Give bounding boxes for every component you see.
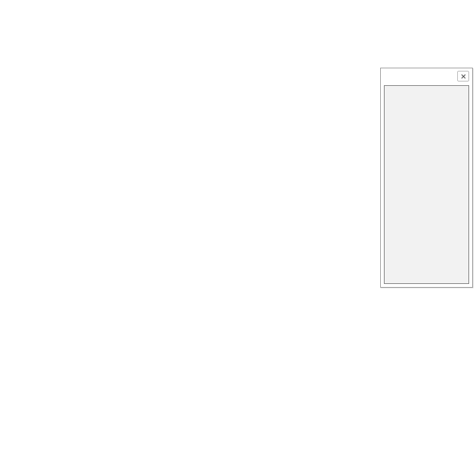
- escala-titlebar[interactable]: [381, 68, 472, 85]
- scale-area: [390, 145, 464, 281]
- legend-info: [385, 86, 468, 90]
- escala-window[interactable]: [380, 68, 473, 288]
- close-icon: [461, 74, 466, 79]
- application-canvas: [0, 0, 476, 450]
- close-button[interactable]: [457, 71, 469, 81]
- color-gradient-bar: [427, 145, 465, 279]
- escala-content: [384, 85, 469, 284]
